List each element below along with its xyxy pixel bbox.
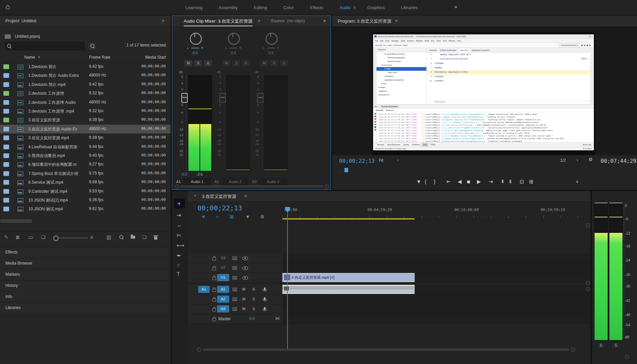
sync-lock-toggle[interactable] bbox=[233, 256, 237, 260]
pan-slider[interactable] bbox=[229, 48, 237, 49]
razor-tool[interactable]: ✄ bbox=[177, 232, 181, 239]
program-playhead[interactable] bbox=[344, 168, 348, 172]
sync-lock-toggle[interactable] bbox=[233, 288, 237, 291]
track-chip-A2[interactable]: A2 bbox=[217, 296, 229, 303]
project-item-row[interactable]: 10.JSON 测试.mp49.62 fps00;00;00;00 bbox=[0, 205, 171, 213]
extract-button[interactable]: ⇟ bbox=[508, 179, 513, 185]
track-lock-toggle[interactable] bbox=[212, 267, 216, 270]
mixer-scroll-thumb[interactable] bbox=[180, 185, 323, 187]
label-color-chip[interactable] bbox=[3, 180, 9, 185]
mute-button[interactable]: M bbox=[222, 60, 231, 67]
voiceover-record-button[interactable] bbox=[264, 307, 266, 310]
label-color-chip[interactable] bbox=[3, 162, 9, 167]
search-in-button[interactable] bbox=[88, 42, 97, 50]
column-frame-rate[interactable]: Frame Rate bbox=[89, 55, 110, 60]
label-color-chip[interactable] bbox=[3, 118, 9, 122]
workspace-overflow-icon[interactable]: » bbox=[454, 4, 457, 9]
project-item-row[interactable]: 3.自定义监控资源.mp49.39 fps00;00;00;00 bbox=[0, 133, 171, 142]
label-color-chip[interactable] bbox=[3, 171, 9, 176]
workspace-tab-libraries[interactable]: Libraries bbox=[398, 5, 431, 10]
program-panel-menu-icon[interactable]: ≡ bbox=[395, 18, 398, 23]
workspace-tab-learning[interactable]: Learning bbox=[182, 5, 215, 10]
project-item-row[interactable]: 10.JSON 测试(2).mp49.36 fps00;00;00;00 bbox=[0, 196, 171, 205]
delete-button[interactable] bbox=[154, 235, 158, 240]
program-timecode[interactable]: 00;00;22;13 bbox=[339, 158, 375, 164]
label-color-chip[interactable] bbox=[3, 198, 9, 203]
workspace-tab-graphics[interactable]: Graphics bbox=[364, 5, 398, 10]
pan-knob[interactable] bbox=[190, 33, 202, 45]
track-output-toggle[interactable] bbox=[242, 256, 248, 260]
go-to-out-button[interactable]: ⇥ bbox=[489, 179, 493, 185]
track-content-A2[interactable] bbox=[282, 295, 590, 304]
hand-tool[interactable]: ☝ bbox=[177, 262, 180, 268]
go-to-in-button[interactable]: ⇤ bbox=[447, 179, 451, 185]
slip-tool[interactable]: ⟷ bbox=[177, 242, 184, 249]
label-color-chip[interactable] bbox=[3, 189, 9, 194]
tab-project[interactable]: Project: Untitled bbox=[5, 18, 36, 23]
track-mute-button[interactable]: M bbox=[242, 287, 245, 291]
zoom-slider-track[interactable] bbox=[59, 238, 88, 238]
source-patch-A1[interactable]: A1 bbox=[198, 286, 210, 293]
label-color-chip[interactable] bbox=[3, 82, 9, 87]
project-item-row[interactable]: 9.Controller 测试.mp49.53 fps00;00;00;00 bbox=[0, 187, 171, 196]
label-color-chip[interactable] bbox=[3, 91, 9, 96]
tab-program-monitor[interactable]: Program: 3.自定义监控资源 bbox=[338, 18, 391, 24]
mixer-overflow-icon[interactable]: » bbox=[323, 18, 326, 23]
comparison-view-button[interactable]: ⊞ bbox=[529, 179, 534, 185]
export-frame-button[interactable]: ⊡ bbox=[520, 179, 524, 185]
track-lock-toggle[interactable] bbox=[212, 308, 216, 311]
project-item-row[interactable]: 1.Devtools 简介 Audio Extra48000 Hz00;00;0… bbox=[0, 71, 171, 80]
playhead-line[interactable] bbox=[287, 212, 288, 349]
track-output-toggle[interactable] bbox=[242, 266, 248, 270]
mute-button[interactable]: M bbox=[260, 60, 269, 67]
meter-solo-left[interactable]: S bbox=[597, 342, 605, 348]
mixer-hscrollbar[interactable] bbox=[175, 184, 329, 188]
linked-selection-toggle[interactable]: ⊞ bbox=[230, 214, 234, 219]
project-item-row[interactable]: 1.Devtools 简介.mp49.42 fps00;00;00;00 bbox=[0, 80, 171, 89]
panel-tab-libraries[interactable]: Libraries bbox=[0, 302, 171, 314]
label-color-chip[interactable] bbox=[3, 64, 9, 69]
label-color-chip[interactable] bbox=[3, 153, 9, 158]
close-icon[interactable]: × bbox=[194, 193, 196, 198]
timeline-ruler[interactable]: ;00;0000;04;59;2900;10;00;0000;14;59;29 bbox=[282, 206, 590, 219]
fader-handle[interactable] bbox=[219, 93, 226, 103]
track-content-A3[interactable] bbox=[282, 304, 590, 314]
voiceover-record-button[interactable] bbox=[264, 287, 266, 291]
project-hscrollbar[interactable] bbox=[0, 219, 32, 223]
sync-lock-toggle[interactable] bbox=[233, 298, 237, 301]
timeline-panel-menu-icon[interactable]: ≡ bbox=[244, 193, 247, 199]
workspace-tab-assembly[interactable]: Assembly bbox=[215, 5, 250, 10]
sync-lock-toggle[interactable] bbox=[233, 266, 237, 270]
track-lock-toggle[interactable] bbox=[212, 318, 216, 321]
mixer-scroll-left-knob[interactable] bbox=[175, 184, 179, 189]
icon-view-button[interactable]: ▭ bbox=[28, 234, 33, 240]
sort-ascending-icon[interactable]: ∧ bbox=[38, 55, 40, 59]
timeline-vscroll-knob-video[interactable] bbox=[586, 281, 590, 285]
pen-tool[interactable]: ✒ bbox=[177, 252, 181, 259]
automate-to-sequence-button[interactable]: ▥ bbox=[107, 234, 111, 240]
step-back-button[interactable]: ◀ bbox=[458, 179, 462, 185]
label-color-chip[interactable] bbox=[3, 73, 9, 78]
timeline-settings-button[interactable]: ⚙ bbox=[260, 214, 265, 219]
track-chip-V1[interactable]: V1 bbox=[217, 274, 229, 281]
project-file-name[interactable]: Untitled.prproj bbox=[15, 34, 40, 39]
tab-sequence[interactable]: 3.自定义监控资源 bbox=[202, 193, 236, 200]
search-input[interactable] bbox=[5, 42, 85, 50]
track-select-forward-tool[interactable]: ⇥ bbox=[177, 212, 181, 218]
master-volume-value[interactable]: 0.0 bbox=[249, 316, 254, 321]
solo-button[interactable]: S bbox=[194, 60, 203, 67]
type-tool[interactable]: T bbox=[177, 271, 180, 277]
nest-toggle[interactable]: ✳ bbox=[202, 214, 206, 219]
track-content-master[interactable] bbox=[282, 314, 590, 324]
workspace-tab-color[interactable]: Color bbox=[280, 5, 307, 10]
panel-tab-markers[interactable]: Markers bbox=[0, 269, 171, 280]
pan-knob[interactable] bbox=[266, 33, 278, 45]
write-keyframes-toggle[interactable]: ⊙ bbox=[204, 60, 212, 67]
write-keyframes-toggle[interactable]: ⊙ bbox=[279, 60, 288, 67]
timeline-scroll-thumb[interactable] bbox=[203, 348, 569, 351]
project-item-row[interactable]: 4.LiveReload 自动刷新页面9.44 fps00;00;00;00 bbox=[0, 143, 171, 151]
label-color-chip[interactable] bbox=[3, 127, 9, 131]
program-settings-wrench-icon[interactable]: ⚙ bbox=[588, 157, 593, 162]
timeline-timecode[interactable]: 00;00;22;13 bbox=[198, 204, 242, 212]
mark-in-button[interactable]: { bbox=[425, 179, 426, 184]
